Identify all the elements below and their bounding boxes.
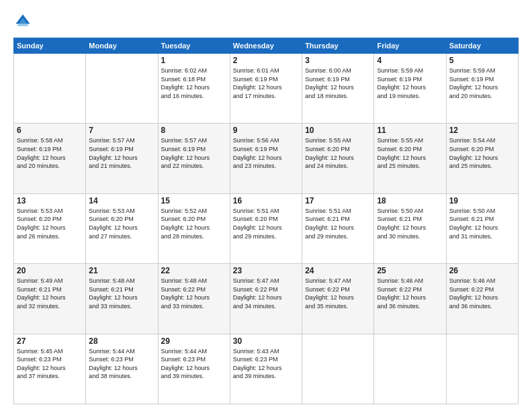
week-row-3: 13Sunrise: 5:53 AM Sunset: 6:20 PM Dayli…	[14, 193, 519, 263]
day-number: 4	[377, 56, 443, 65]
weekday-header-sunday: Sunday	[14, 38, 86, 54]
calendar-cell: 15Sunrise: 5:52 AM Sunset: 6:20 PM Dayli…	[158, 193, 230, 263]
calendar-cell: 30Sunrise: 5:43 AM Sunset: 6:23 PM Dayli…	[230, 334, 302, 404]
page: SundayMondayTuesdayWednesdayThursdayFrid…	[0, 0, 532, 411]
calendar-cell: 21Sunrise: 5:48 AM Sunset: 6:21 PM Dayli…	[86, 264, 158, 334]
day-number: 18	[377, 196, 443, 205]
day-info: Sunrise: 5:57 AM Sunset: 6:19 PM Dayligh…	[161, 136, 227, 170]
calendar-cell: 27Sunrise: 5:45 AM Sunset: 6:23 PM Dayli…	[14, 334, 86, 404]
weekday-header-wednesday: Wednesday	[230, 38, 302, 54]
day-number: 28	[89, 336, 154, 346]
day-info: Sunrise: 5:59 AM Sunset: 6:19 PM Dayligh…	[449, 66, 515, 100]
day-number: 7	[89, 126, 154, 135]
day-number: 30	[233, 336, 299, 346]
calendar-cell: 25Sunrise: 5:46 AM Sunset: 6:22 PM Dayli…	[374, 264, 446, 334]
weekday-header-tuesday: Tuesday	[158, 38, 230, 54]
day-info: Sunrise: 5:55 AM Sunset: 6:20 PM Dayligh…	[377, 136, 443, 170]
calendar-cell	[446, 334, 518, 404]
calendar-cell: 3Sunrise: 6:00 AM Sunset: 6:19 PM Daylig…	[302, 54, 374, 124]
day-info: Sunrise: 5:51 AM Sunset: 6:20 PM Dayligh…	[233, 207, 299, 240]
day-info: Sunrise: 5:44 AM Sunset: 6:23 PM Dayligh…	[89, 347, 154, 381]
header	[13, 12, 519, 31]
calendar-cell: 8Sunrise: 5:57 AM Sunset: 6:19 PM Daylig…	[158, 124, 230, 193]
day-info: Sunrise: 5:57 AM Sunset: 6:19 PM Dayligh…	[89, 136, 154, 170]
day-number: 17	[305, 196, 371, 205]
day-number: 16	[233, 196, 299, 205]
day-number: 13	[17, 196, 83, 205]
calendar-cell: 29Sunrise: 5:44 AM Sunset: 6:23 PM Dayli…	[158, 334, 230, 404]
calendar-cell: 26Sunrise: 5:46 AM Sunset: 6:22 PM Dayli…	[446, 264, 518, 334]
calendar-cell: 7Sunrise: 5:57 AM Sunset: 6:19 PM Daylig…	[86, 124, 158, 193]
calendar-cell: 6Sunrise: 5:58 AM Sunset: 6:19 PM Daylig…	[14, 124, 86, 193]
calendar-cell	[86, 54, 158, 124]
day-number: 19	[449, 196, 515, 205]
day-info: Sunrise: 5:53 AM Sunset: 6:20 PM Dayligh…	[89, 207, 154, 240]
day-info: Sunrise: 5:54 AM Sunset: 6:20 PM Dayligh…	[449, 136, 515, 170]
day-number: 2	[233, 56, 299, 65]
week-row-1: 1Sunrise: 6:02 AM Sunset: 6:18 PM Daylig…	[14, 54, 519, 124]
logo	[13, 12, 35, 31]
day-number: 29	[161, 336, 227, 346]
calendar-cell: 24Sunrise: 5:47 AM Sunset: 6:22 PM Dayli…	[302, 264, 374, 334]
day-number: 6	[17, 126, 83, 135]
calendar-cell: 17Sunrise: 5:51 AM Sunset: 6:21 PM Dayli…	[302, 193, 374, 263]
day-number: 25	[377, 266, 443, 275]
day-number: 14	[89, 196, 154, 205]
day-info: Sunrise: 6:01 AM Sunset: 6:19 PM Dayligh…	[233, 66, 299, 100]
calendar-cell: 1Sunrise: 6:02 AM Sunset: 6:18 PM Daylig…	[158, 54, 230, 124]
calendar-cell	[302, 334, 374, 404]
day-number: 3	[305, 56, 371, 65]
day-number: 20	[17, 266, 83, 275]
calendar-table: SundayMondayTuesdayWednesdayThursdayFrid…	[13, 38, 519, 404]
weekday-header-monday: Monday	[86, 38, 158, 54]
calendar-cell	[374, 334, 446, 404]
day-info: Sunrise: 5:47 AM Sunset: 6:22 PM Dayligh…	[305, 277, 371, 310]
calendar-cell: 20Sunrise: 5:49 AM Sunset: 6:21 PM Dayli…	[14, 264, 86, 334]
day-info: Sunrise: 5:44 AM Sunset: 6:23 PM Dayligh…	[161, 347, 227, 381]
calendar-cell: 28Sunrise: 5:44 AM Sunset: 6:23 PM Dayli…	[86, 334, 158, 404]
day-info: Sunrise: 5:59 AM Sunset: 6:19 PM Dayligh…	[377, 66, 443, 100]
day-info: Sunrise: 5:55 AM Sunset: 6:20 PM Dayligh…	[305, 136, 371, 170]
week-row-4: 20Sunrise: 5:49 AM Sunset: 6:21 PM Dayli…	[14, 264, 519, 334]
day-number: 26	[449, 266, 515, 275]
day-number: 5	[449, 56, 515, 65]
day-number: 22	[161, 266, 227, 275]
day-number: 8	[161, 126, 227, 135]
weekday-header-thursday: Thursday	[302, 38, 374, 54]
day-info: Sunrise: 5:52 AM Sunset: 6:20 PM Dayligh…	[161, 207, 227, 240]
day-info: Sunrise: 5:56 AM Sunset: 6:19 PM Dayligh…	[233, 136, 299, 170]
day-number: 24	[305, 266, 371, 275]
calendar-cell: 12Sunrise: 5:54 AM Sunset: 6:20 PM Dayli…	[446, 124, 518, 193]
day-info: Sunrise: 6:00 AM Sunset: 6:19 PM Dayligh…	[305, 66, 371, 100]
day-number: 27	[17, 336, 83, 346]
day-number: 1	[161, 56, 227, 65]
day-info: Sunrise: 6:02 AM Sunset: 6:18 PM Dayligh…	[161, 66, 227, 100]
day-info: Sunrise: 5:58 AM Sunset: 6:19 PM Dayligh…	[17, 136, 83, 170]
day-number: 23	[233, 266, 299, 275]
calendar-cell: 22Sunrise: 5:48 AM Sunset: 6:22 PM Dayli…	[158, 264, 230, 334]
day-info: Sunrise: 5:50 AM Sunset: 6:21 PM Dayligh…	[449, 207, 515, 240]
day-number: 15	[161, 196, 227, 205]
calendar-cell: 18Sunrise: 5:50 AM Sunset: 6:21 PM Dayli…	[374, 193, 446, 263]
calendar-cell: 5Sunrise: 5:59 AM Sunset: 6:19 PM Daylig…	[446, 54, 518, 124]
logo-icon	[13, 12, 32, 31]
calendar-cell: 19Sunrise: 5:50 AM Sunset: 6:21 PM Dayli…	[446, 193, 518, 263]
day-info: Sunrise: 5:45 AM Sunset: 6:23 PM Dayligh…	[17, 347, 83, 381]
weekday-header-row: SundayMondayTuesdayWednesdayThursdayFrid…	[14, 38, 519, 54]
calendar-cell: 23Sunrise: 5:47 AM Sunset: 6:22 PM Dayli…	[230, 264, 302, 334]
calendar-cell: 11Sunrise: 5:55 AM Sunset: 6:20 PM Dayli…	[374, 124, 446, 193]
day-number: 12	[449, 126, 515, 135]
day-number: 11	[377, 126, 443, 135]
weekday-header-friday: Friday	[374, 38, 446, 54]
week-row-5: 27Sunrise: 5:45 AM Sunset: 6:23 PM Dayli…	[14, 334, 519, 404]
calendar-cell: 9Sunrise: 5:56 AM Sunset: 6:19 PM Daylig…	[230, 124, 302, 193]
day-info: Sunrise: 5:48 AM Sunset: 6:21 PM Dayligh…	[89, 277, 154, 310]
calendar-cell: 4Sunrise: 5:59 AM Sunset: 6:19 PM Daylig…	[374, 54, 446, 124]
weekday-header-saturday: Saturday	[446, 38, 518, 54]
calendar-cell: 10Sunrise: 5:55 AM Sunset: 6:20 PM Dayli…	[302, 124, 374, 193]
day-info: Sunrise: 5:53 AM Sunset: 6:20 PM Dayligh…	[17, 207, 83, 240]
day-info: Sunrise: 5:48 AM Sunset: 6:22 PM Dayligh…	[161, 277, 227, 310]
day-info: Sunrise: 5:43 AM Sunset: 6:23 PM Dayligh…	[233, 347, 299, 381]
day-number: 21	[89, 266, 154, 275]
day-info: Sunrise: 5:50 AM Sunset: 6:21 PM Dayligh…	[377, 207, 443, 240]
